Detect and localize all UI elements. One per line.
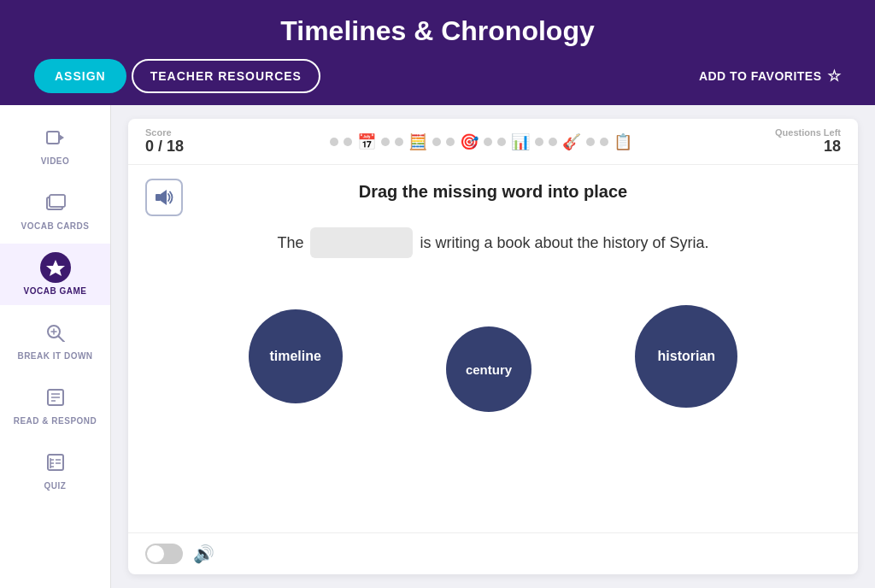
assign-button[interactable]: ASSIGN bbox=[34, 59, 126, 93]
header-actions: ASSIGN TEACHER RESOURCES ADD TO FAVORITE… bbox=[34, 59, 841, 93]
header-left-buttons: ASSIGN TEACHER RESOURCES bbox=[34, 59, 320, 93]
progress-dot-9 bbox=[535, 138, 543, 146]
sidebar-item-vocab-cards[interactable]: VOCAB CARDS bbox=[0, 179, 110, 240]
main-layout: VIDEO VOCAB CARDS VOCAB GAME bbox=[0, 105, 875, 588]
sidebar-item-quiz-label: QUIZ bbox=[44, 481, 67, 491]
progress-dot-3 bbox=[381, 138, 390, 146]
sidebar-item-vocab-game[interactable]: VOCAB GAME bbox=[0, 244, 110, 305]
svg-marker-22 bbox=[161, 190, 167, 205]
word-bubble-historian-label: historian bbox=[658, 349, 716, 364]
page-title: Timelines & Chronology bbox=[34, 15, 841, 47]
teacher-resources-button[interactable]: TEACHER RESOURCES bbox=[132, 59, 320, 93]
drop-zone[interactable] bbox=[310, 227, 413, 258]
quiz-bottom: 🔊 bbox=[128, 532, 858, 574]
svg-marker-1 bbox=[59, 134, 64, 141]
content-area: Score 0 / 18 📅 🧮 🎯 📊 bbox=[111, 105, 875, 588]
vocab-game-icon bbox=[40, 252, 71, 283]
svg-line-7 bbox=[58, 337, 64, 343]
audio-toggle[interactable] bbox=[145, 544, 183, 564]
sidebar-item-read-respond[interactable]: READ & RESPOND bbox=[0, 373, 110, 435]
svg-marker-5 bbox=[46, 260, 65, 276]
sidebar: VIDEO VOCAB CARDS VOCAB GAME bbox=[0, 105, 111, 588]
sidebar-item-read-respond-label: READ & RESPOND bbox=[14, 416, 97, 426]
score-label: Score bbox=[145, 127, 188, 138]
questions-left-value: 18 bbox=[824, 138, 841, 156]
sidebar-item-quiz[interactable]: QUIZ bbox=[0, 438, 110, 500]
score-value: 0 / 18 bbox=[145, 138, 188, 156]
header: Timelines & Chronology ASSIGN TEACHER RE… bbox=[0, 0, 875, 105]
video-icon bbox=[40, 122, 71, 153]
progress-dot-10 bbox=[549, 138, 557, 146]
sentence-before: The bbox=[277, 234, 303, 252]
questions-left-label: Questions Left bbox=[775, 127, 841, 138]
question-title: Drag the missing word into place bbox=[359, 182, 628, 202]
sidebar-item-vocab-game-label: VOCAB GAME bbox=[24, 286, 87, 297]
break-it-down-icon bbox=[40, 317, 71, 348]
sentence-after: is writing a book about the history of S… bbox=[420, 234, 708, 252]
progress-icon-calc: 🧮 bbox=[408, 132, 427, 151]
progress-icon-calendar: 📅 bbox=[357, 132, 376, 151]
favorites-label: ADD TO FAVORITES bbox=[699, 69, 822, 83]
progress-dot-2 bbox=[344, 138, 352, 146]
audio-button[interactable] bbox=[145, 179, 183, 216]
word-bubble-timeline-label: timeline bbox=[269, 349, 320, 364]
progress-dots: 📅 🧮 🎯 📊 🎸 📋 bbox=[198, 132, 765, 151]
vocab-cards-icon bbox=[40, 187, 71, 218]
sidebar-item-break-it-down-label: BREAK IT DOWN bbox=[17, 351, 92, 362]
quiz-body: Drag the missing word into place The is … bbox=[128, 165, 858, 532]
quiz-icon bbox=[40, 447, 71, 478]
score-bar: Score 0 / 18 📅 🧮 🎯 📊 bbox=[128, 119, 858, 165]
progress-dot-4 bbox=[395, 138, 403, 146]
questions-left-section: Questions Left 18 bbox=[775, 127, 841, 156]
progress-dot-1 bbox=[330, 138, 338, 146]
volume-icon: 🔊 bbox=[193, 544, 214, 564]
sidebar-item-video-label: VIDEO bbox=[41, 156, 70, 167]
score-section: Score 0 / 18 bbox=[145, 127, 188, 156]
progress-dot-7 bbox=[484, 138, 492, 146]
progress-icon-grid: 📊 bbox=[511, 132, 530, 151]
star-icon: ☆ bbox=[827, 67, 842, 85]
progress-dot-8 bbox=[497, 138, 506, 146]
progress-icon-guitar: 🎸 bbox=[562, 132, 581, 151]
sidebar-item-break-it-down[interactable]: BREAK IT DOWN bbox=[0, 309, 110, 370]
sidebar-item-vocab-cards-label: VOCAB CARDS bbox=[21, 221, 90, 232]
sidebar-item-video[interactable]: VIDEO bbox=[0, 114, 110, 175]
progress-dot-5 bbox=[432, 138, 441, 146]
read-respond-icon bbox=[40, 382, 71, 413]
word-bubble-century-label: century bbox=[466, 362, 512, 377]
progress-icon-grid2: 📋 bbox=[614, 132, 632, 151]
progress-icon-target: 🎯 bbox=[460, 132, 479, 151]
word-bubble-timeline[interactable]: timeline bbox=[249, 309, 343, 403]
add-to-favorites-button[interactable]: ADD TO FAVORITES ☆ bbox=[699, 67, 841, 85]
progress-dot-12 bbox=[600, 138, 608, 146]
svg-rect-3 bbox=[50, 195, 65, 207]
word-bubble-historian[interactable]: historian bbox=[635, 305, 737, 408]
progress-dot-11 bbox=[586, 138, 595, 146]
sentence-area: The is writing a book about the history … bbox=[277, 227, 708, 258]
word-bubble-century[interactable]: century bbox=[446, 326, 531, 412]
svg-rect-0 bbox=[47, 132, 59, 144]
word-bubbles: timeline century historian bbox=[162, 301, 824, 412]
quiz-card: Score 0 / 18 📅 🧮 🎯 📊 bbox=[128, 119, 858, 574]
progress-dot-6 bbox=[446, 138, 455, 146]
svg-rect-21 bbox=[156, 194, 161, 201]
